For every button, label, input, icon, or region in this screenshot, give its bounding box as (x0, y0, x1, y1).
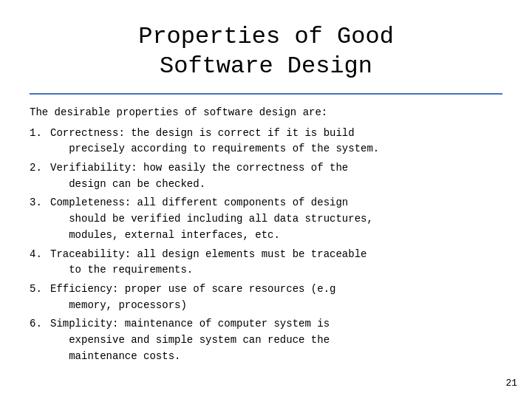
list-item: 3. Completeness: all different component… (30, 195, 502, 243)
list-text-3: Completeness: all different components o… (50, 195, 502, 243)
intro-line: The desirable properties of software des… (30, 105, 502, 121)
list-number-6: 6. (30, 316, 50, 364)
list-number-5: 5. (30, 282, 50, 313)
page-number: 21 (505, 378, 517, 389)
title-line2: Software Design (160, 52, 372, 80)
slide-title: Properties of Good Software Design (30, 22, 502, 81)
list-item: 6. Simplicity: maintenance of computer s… (30, 316, 502, 364)
title-area: Properties of Good Software Design (30, 22, 502, 81)
list-number-1: 1. (30, 126, 50, 157)
list-text-1: Correctness: the design is correct if it… (50, 126, 502, 157)
list-text-5: Efficiency: proper use of scare resource… (50, 282, 502, 313)
list-item: 2. Verifiability: how easily the correct… (30, 160, 502, 192)
list-item: 4. Traceability: all design elements mus… (30, 247, 502, 279)
list-item: 5. Efficiency: proper use of scare resou… (30, 282, 502, 313)
divider (30, 93, 502, 95)
list-item: 1. Correctness: the design is correct if… (30, 126, 502, 157)
title-line1: Properties of Good (138, 23, 394, 50)
list-number-3: 3. (30, 195, 50, 243)
list-text-4: Traceability: all design elements must b… (50, 247, 502, 279)
slide: Properties of Good Software Design The d… (0, 0, 532, 399)
list-text-2: Verifiability: how easily the correctnes… (50, 160, 502, 192)
list-number-4: 4. (30, 247, 50, 279)
content-area: The desirable properties of software des… (30, 105, 502, 364)
list-number-2: 2. (30, 160, 50, 192)
intro-text: The desirable properties of software des… (30, 106, 327, 118)
list-text-6: Simplicity: maintenance of computer syst… (50, 316, 502, 364)
